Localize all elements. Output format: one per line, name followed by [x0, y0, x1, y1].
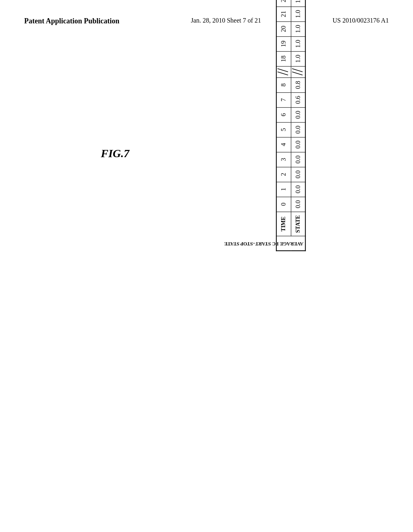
state-5: 0.0: [291, 123, 305, 137]
state-3: 0.0: [291, 152, 305, 167]
time-18: 18: [276, 52, 291, 66]
page-header: Patent Application Publication Jan. 28, …: [0, 0, 413, 34]
svg-line-2: [292, 72, 302, 75]
time-21: 21: [276, 7, 291, 22]
avg-label: AVERAGE FC START–STOP STATE: [276, 236, 305, 251]
publication-label: Patent Application Publication: [24, 16, 119, 26]
svg-line-3: [292, 69, 302, 72]
break-indicator: [276, 66, 291, 78]
state-6: 0.0: [291, 108, 305, 123]
state-8: 0.8: [291, 78, 305, 93]
state-20: 1.0: [291, 22, 305, 37]
sheet-info: Jan. 28, 2010 Sheet 7 of 21: [191, 16, 261, 25]
time-1: 1: [276, 182, 291, 197]
state-2: 0.0: [291, 167, 305, 182]
time-7: 7: [276, 93, 291, 108]
time-22: 22: [276, 0, 291, 7]
time-3: 3: [276, 152, 291, 167]
time-0: 0: [276, 197, 291, 212]
data-table: AVERAGE FC START–STOP STATE TIME 0 1 2 3…: [276, 0, 306, 251]
break-lines-svg-2: [291, 66, 303, 77]
figure-label: FIG.7: [101, 147, 129, 160]
svg-line-0: [277, 72, 288, 75]
state-18: 1.0: [291, 52, 305, 66]
time-6: 6: [276, 108, 291, 123]
state-22: 1.0: [291, 0, 305, 7]
time-19: 19: [276, 37, 291, 52]
time-row: AVERAGE FC START–STOP STATE TIME 0 1 2 3…: [276, 0, 291, 251]
svg-line-1: [277, 69, 288, 72]
main-content: FIG.7 AVERAGE FC START–STOP STATE TIME 0…: [0, 34, 413, 518]
state-7: 0.6: [291, 93, 305, 108]
state-break: [291, 66, 305, 78]
figure-table-container: AVERAGE FC START–STOP STATE TIME 0 1 2 3…: [276, 0, 306, 251]
patent-number: US 2010/0023176 A1: [332, 16, 389, 25]
time-4: 4: [276, 137, 291, 152]
time-20: 20: [276, 22, 291, 37]
time-header: TIME: [276, 212, 291, 237]
break-lines-svg: [277, 66, 289, 77]
time-5: 5: [276, 123, 291, 137]
state-row: STATE 0.0 0.0 0.0 0.0 0.0 0.0 0.0 0.6 0.…: [291, 0, 305, 251]
state-1: 0.0: [291, 182, 305, 197]
time-2: 2: [276, 167, 291, 182]
state-19: 1.0: [291, 37, 305, 52]
state-21: 1.0: [291, 7, 305, 22]
state-4: 0.0: [291, 137, 305, 152]
state-0: 0.0: [291, 197, 305, 212]
state-header: STATE: [291, 212, 305, 237]
time-8: 8: [276, 78, 291, 93]
